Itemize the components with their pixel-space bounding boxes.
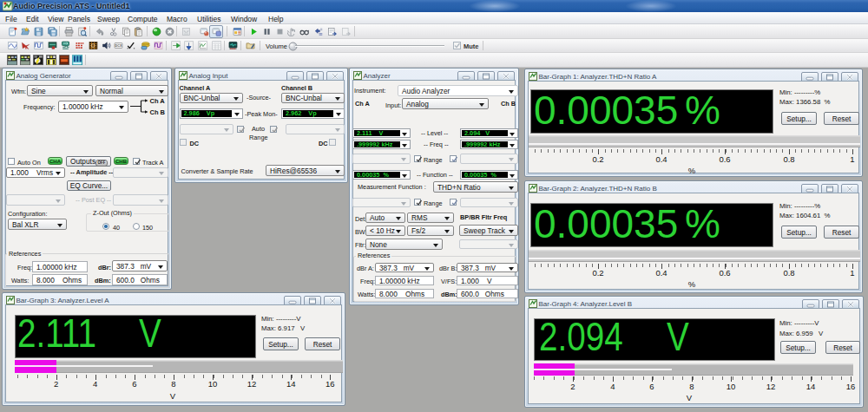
svg-text:Ch A: Ch A: [150, 97, 166, 105]
svg-text:Ch B: Ch B: [150, 108, 166, 116]
svg-text:DCX: DCX: [115, 44, 122, 48]
